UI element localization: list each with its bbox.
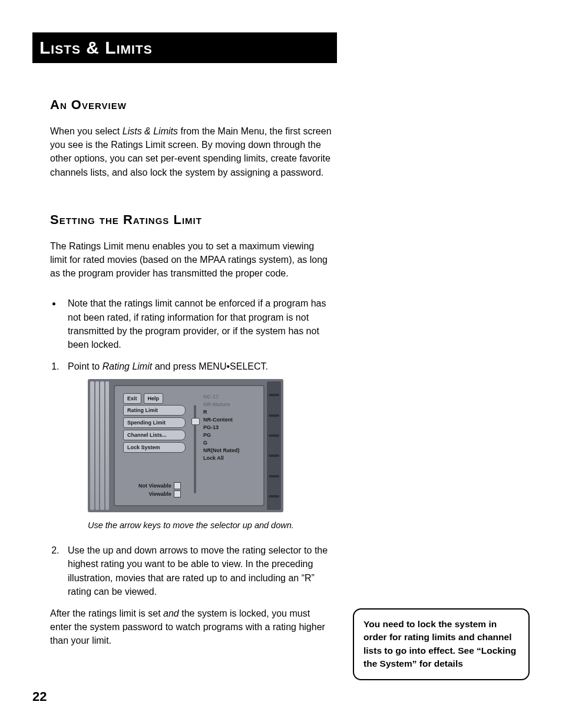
help-button[interactable]: Help <box>144 393 164 404</box>
text: Point to <box>68 361 103 371</box>
text-emphasis: Lists & Limits <box>123 126 178 136</box>
ui-figure: Exit Help Rating Limit Spending Limit Ch… <box>88 379 333 512</box>
rating-g: G <box>202 439 255 447</box>
legend-viewable: Viewable <box>149 490 171 498</box>
rating-lock-all: Lock All <box>202 454 255 462</box>
text-emphasis: and <box>163 608 179 618</box>
figure-caption: Use the arrow keys to move the selector … <box>88 519 333 532</box>
decoration-right <box>267 381 281 510</box>
page-number: 22 <box>32 689 47 704</box>
rating-r: R <box>202 409 255 416</box>
note-box: You need to lock the system in order for… <box>353 608 530 680</box>
title-bar-text: Lists & Limits <box>39 38 153 58</box>
text: When you select <box>50 126 123 136</box>
menu-item-lock-system[interactable]: Lock System <box>123 442 186 453</box>
text: After the ratings limit is set <box>50 608 163 618</box>
step-2: Use the up and down arrows to move the r… <box>62 543 333 598</box>
bullet-item: Note that the ratings limit cannot be en… <box>62 297 333 351</box>
exit-button[interactable]: Exit <box>123 393 141 404</box>
step-1: Point to Rating Limit and press MENU•SEL… <box>62 360 333 532</box>
steps-list: Point to Rating Limit and press MENU•SEL… <box>50 360 333 598</box>
menu-item-spending-limit[interactable]: Spending Limit <box>123 417 186 428</box>
section-heading-overview: An Overview <box>50 97 333 113</box>
legend-box-icon <box>174 482 181 489</box>
legend-box-icon <box>174 490 181 498</box>
rating-nr-content: NR-Content <box>202 416 255 424</box>
overview-paragraph: When you select Lists & Limits from the … <box>50 124 333 179</box>
rating-slider[interactable] <box>191 405 199 493</box>
ratings-list: NC-17 NR-Mature R NR-Content PG-13 PG G … <box>202 393 255 462</box>
ratings-intro: The Ratings Limit menu enables you to se… <box>50 239 333 281</box>
legend-not-viewable: Not Viewable <box>138 482 171 490</box>
section-heading-ratings: Setting the Ratings Limit <box>50 212 333 228</box>
bullet-list: Note that the ratings limit cannot be en… <box>50 297 333 351</box>
title-bar: Lists & Limits <box>32 32 337 63</box>
rating-nr: NR(Not Rated) <box>202 447 255 454</box>
text: and press MENU•SELECT. <box>152 361 268 371</box>
rating-nc17: NC-17 <box>202 393 255 401</box>
after-paragraph: After the ratings limit is set and the s… <box>50 607 333 648</box>
menu-item-channel-lists[interactable]: Channel Lists... <box>123 430 186 440</box>
rating-pg: PG <box>202 431 255 439</box>
legend: Not Viewable Viewable <box>138 482 181 498</box>
text-emphasis: Rating Limit <box>103 361 152 371</box>
rating-nr-mature: NR-Mature <box>202 401 255 409</box>
rating-pg13: PG-13 <box>202 424 255 431</box>
decoration-left <box>90 381 109 510</box>
slider-thumb[interactable] <box>191 418 200 425</box>
menu-item-rating-limit[interactable]: Rating Limit <box>123 405 186 416</box>
